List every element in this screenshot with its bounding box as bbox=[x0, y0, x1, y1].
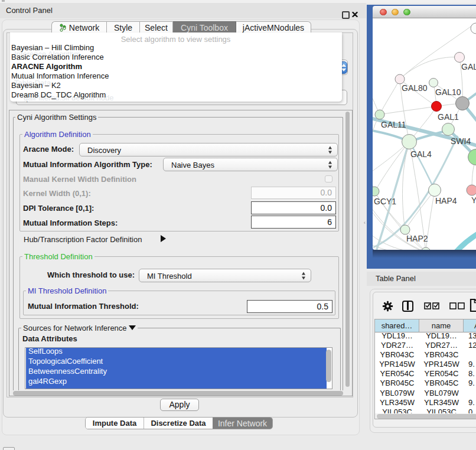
svg-text:GAL80: GAL80 bbox=[461, 62, 476, 71]
svg-text:GCY1: GCY1 bbox=[374, 197, 396, 206]
svg-text:GAL1: GAL1 bbox=[438, 112, 459, 122]
svg-text:GAL80: GAL80 bbox=[402, 83, 428, 93]
svg-text:SWI4: SWI4 bbox=[451, 136, 471, 146]
svg-text:GAL10: GAL10 bbox=[435, 87, 461, 97]
svg-text:Y: Y bbox=[471, 195, 476, 205]
svg-text:HAP2: HAP2 bbox=[406, 234, 428, 243]
svg-text:GAL4: GAL4 bbox=[410, 149, 432, 159]
svg-text:HAP4: HAP4 bbox=[435, 196, 457, 206]
svg-text:GAL11: GAL11 bbox=[381, 120, 406, 129]
